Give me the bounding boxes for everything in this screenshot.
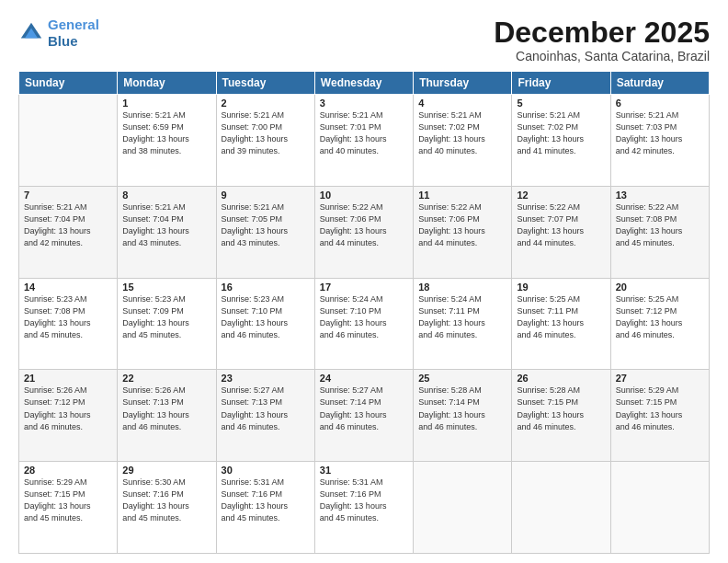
weekday-header: SundayMondayTuesdayWednesdayThursdayFrid… <box>19 72 710 95</box>
week-row-4: 28Sunrise: 5:29 AM Sunset: 7:15 PM Dayli… <box>19 462 710 554</box>
day-number: 15 <box>122 282 210 293</box>
day-info: Sunrise: 5:25 AM Sunset: 7:11 PM Dayligh… <box>517 293 605 341</box>
day-number: 27 <box>616 373 704 384</box>
week-row-3: 21Sunrise: 5:26 AM Sunset: 7:12 PM Dayli… <box>19 370 710 462</box>
day-info: Sunrise: 5:23 AM Sunset: 7:08 PM Dayligh… <box>24 293 112 341</box>
day-number: 2 <box>222 98 310 109</box>
day-info: Sunrise: 5:31 AM Sunset: 7:16 PM Dayligh… <box>222 477 310 524</box>
day-number: 9 <box>222 190 310 201</box>
day-info: Sunrise: 5:21 AM Sunset: 7:04 PM Dayligh… <box>24 201 112 249</box>
day-number: 6 <box>616 98 704 109</box>
day-info: Sunrise: 5:27 AM Sunset: 7:13 PM Dayligh… <box>222 385 310 432</box>
title-block: December 2025 Canoinhas, Santa Catarina,… <box>494 17 710 63</box>
calendar-cell: 2Sunrise: 5:21 AM Sunset: 7:00 PM Daylig… <box>216 95 314 187</box>
calendar-body: 1Sunrise: 5:21 AM Sunset: 6:59 PM Daylig… <box>19 95 710 554</box>
day-number: 23 <box>222 373 310 384</box>
day-info: Sunrise: 5:24 AM Sunset: 7:10 PM Dayligh… <box>320 293 408 341</box>
calendar-cell: 21Sunrise: 5:26 AM Sunset: 7:12 PM Dayli… <box>19 370 118 462</box>
calendar-table: SundayMondayTuesdayWednesdayThursdayFrid… <box>18 71 710 554</box>
calendar-cell <box>512 462 610 554</box>
day-info: Sunrise: 5:25 AM Sunset: 7:12 PM Dayligh… <box>616 293 704 341</box>
day-number: 10 <box>320 190 408 201</box>
weekday-monday: Monday <box>118 72 216 95</box>
day-number: 19 <box>517 282 605 293</box>
day-info: Sunrise: 5:22 AM Sunset: 7:07 PM Dayligh… <box>517 201 605 249</box>
day-number: 28 <box>24 465 112 476</box>
calendar-cell: 19Sunrise: 5:25 AM Sunset: 7:11 PM Dayli… <box>512 278 610 370</box>
calendar-cell: 9Sunrise: 5:21 AM Sunset: 7:05 PM Daylig… <box>216 186 314 278</box>
calendar-cell: 30Sunrise: 5:31 AM Sunset: 7:16 PM Dayli… <box>216 462 314 554</box>
logo-text: General Blue <box>48 17 99 50</box>
day-info: Sunrise: 5:21 AM Sunset: 7:05 PM Dayligh… <box>222 201 310 249</box>
calendar-cell: 17Sunrise: 5:24 AM Sunset: 7:10 PM Dayli… <box>314 278 413 370</box>
day-info: Sunrise: 5:21 AM Sunset: 7:01 PM Dayligh… <box>320 109 408 157</box>
weekday-wednesday: Wednesday <box>314 72 413 95</box>
calendar-cell: 7Sunrise: 5:21 AM Sunset: 7:04 PM Daylig… <box>19 186 118 278</box>
day-number: 22 <box>122 373 210 384</box>
day-info: Sunrise: 5:26 AM Sunset: 7:12 PM Dayligh… <box>24 385 112 432</box>
calendar-cell: 26Sunrise: 5:28 AM Sunset: 7:15 PM Dayli… <box>512 370 610 462</box>
day-number: 26 <box>517 373 605 384</box>
day-number: 18 <box>418 282 506 293</box>
day-number: 30 <box>222 465 310 476</box>
day-number: 8 <box>122 190 210 201</box>
day-number: 7 <box>24 190 112 201</box>
calendar-cell: 13Sunrise: 5:22 AM Sunset: 7:08 PM Dayli… <box>610 186 709 278</box>
day-number: 17 <box>320 282 408 293</box>
day-info: Sunrise: 5:22 AM Sunset: 7:06 PM Dayligh… <box>418 201 506 249</box>
calendar-cell: 29Sunrise: 5:30 AM Sunset: 7:16 PM Dayli… <box>118 462 216 554</box>
calendar-cell: 22Sunrise: 5:26 AM Sunset: 7:13 PM Dayli… <box>118 370 216 462</box>
day-number: 31 <box>320 465 408 476</box>
day-number: 20 <box>616 282 704 293</box>
day-number: 21 <box>24 373 112 384</box>
day-info: Sunrise: 5:26 AM Sunset: 7:13 PM Dayligh… <box>122 385 210 432</box>
day-number: 3 <box>320 98 408 109</box>
calendar-cell: 5Sunrise: 5:21 AM Sunset: 7:02 PM Daylig… <box>512 95 610 187</box>
calendar-cell: 11Sunrise: 5:22 AM Sunset: 7:06 PM Dayli… <box>414 186 512 278</box>
header: General Blue December 2025 Canoinhas, Sa… <box>18 17 710 63</box>
calendar-cell <box>414 462 512 554</box>
calendar-cell <box>19 95 118 187</box>
logo-icon <box>18 20 44 46</box>
day-info: Sunrise: 5:21 AM Sunset: 7:00 PM Dayligh… <box>222 109 310 157</box>
calendar-cell: 3Sunrise: 5:21 AM Sunset: 7:01 PM Daylig… <box>314 95 413 187</box>
day-info: Sunrise: 5:29 AM Sunset: 7:15 PM Dayligh… <box>24 477 112 524</box>
week-row-1: 7Sunrise: 5:21 AM Sunset: 7:04 PM Daylig… <box>19 186 710 278</box>
calendar-cell: 15Sunrise: 5:23 AM Sunset: 7:09 PM Dayli… <box>118 278 216 370</box>
day-number: 1 <box>122 98 210 109</box>
calendar-cell: 16Sunrise: 5:23 AM Sunset: 7:10 PM Dayli… <box>216 278 314 370</box>
calendar-cell: 14Sunrise: 5:23 AM Sunset: 7:08 PM Dayli… <box>19 278 118 370</box>
weekday-saturday: Saturday <box>610 72 709 95</box>
day-number: 12 <box>517 190 605 201</box>
page: General Blue December 2025 Canoinhas, Sa… <box>0 0 728 563</box>
day-number: 29 <box>122 465 210 476</box>
day-number: 16 <box>222 282 310 293</box>
calendar-cell: 18Sunrise: 5:24 AM Sunset: 7:11 PM Dayli… <box>414 278 512 370</box>
calendar-cell: 4Sunrise: 5:21 AM Sunset: 7:02 PM Daylig… <box>414 95 512 187</box>
day-info: Sunrise: 5:23 AM Sunset: 7:10 PM Dayligh… <box>222 293 310 341</box>
calendar-cell: 25Sunrise: 5:28 AM Sunset: 7:14 PM Dayli… <box>414 370 512 462</box>
calendar-cell: 1Sunrise: 5:21 AM Sunset: 6:59 PM Daylig… <box>118 95 216 187</box>
day-info: Sunrise: 5:27 AM Sunset: 7:14 PM Dayligh… <box>320 385 408 432</box>
weekday-sunday: Sunday <box>19 72 118 95</box>
logo-blue: Blue <box>48 33 78 49</box>
weekday-tuesday: Tuesday <box>216 72 314 95</box>
day-info: Sunrise: 5:21 AM Sunset: 7:04 PM Dayligh… <box>122 201 210 249</box>
day-info: Sunrise: 5:21 AM Sunset: 6:59 PM Dayligh… <box>122 109 210 157</box>
calendar-cell: 27Sunrise: 5:29 AM Sunset: 7:15 PM Dayli… <box>610 370 709 462</box>
calendar-cell: 12Sunrise: 5:22 AM Sunset: 7:07 PM Dayli… <box>512 186 610 278</box>
day-info: Sunrise: 5:31 AM Sunset: 7:16 PM Dayligh… <box>320 477 408 524</box>
weekday-thursday: Thursday <box>414 72 512 95</box>
day-info: Sunrise: 5:22 AM Sunset: 7:06 PM Dayligh… <box>320 201 408 249</box>
calendar-cell: 23Sunrise: 5:27 AM Sunset: 7:13 PM Dayli… <box>216 370 314 462</box>
day-info: Sunrise: 5:28 AM Sunset: 7:14 PM Dayligh… <box>418 385 506 432</box>
day-number: 25 <box>418 373 506 384</box>
logo-general: General <box>48 17 99 32</box>
calendar-cell: 24Sunrise: 5:27 AM Sunset: 7:14 PM Dayli… <box>314 370 413 462</box>
day-info: Sunrise: 5:23 AM Sunset: 7:09 PM Dayligh… <box>122 293 210 341</box>
logo: General Blue <box>18 17 99 50</box>
day-number: 11 <box>418 190 506 201</box>
calendar-cell: 8Sunrise: 5:21 AM Sunset: 7:04 PM Daylig… <box>118 186 216 278</box>
day-number: 14 <box>24 282 112 293</box>
calendar-cell: 28Sunrise: 5:29 AM Sunset: 7:15 PM Dayli… <box>19 462 118 554</box>
